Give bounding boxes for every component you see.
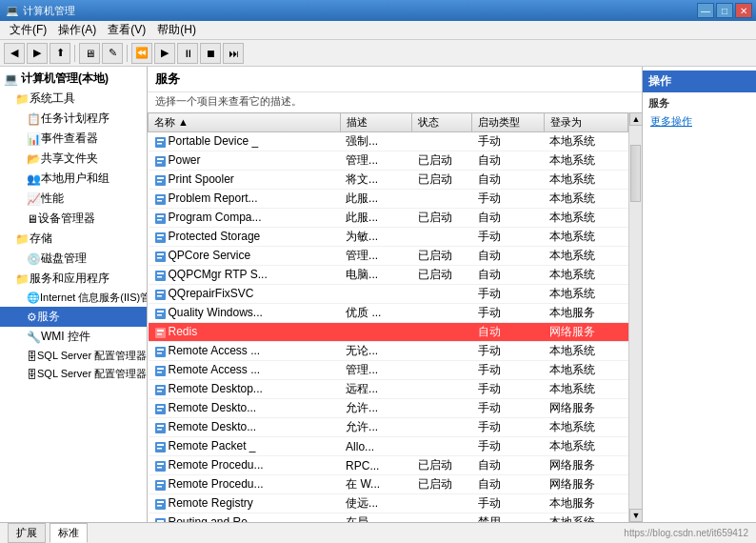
service-login: 网络服务 [544, 399, 627, 418]
sidebar-services[interactable]: ⚙ 服务 [0, 307, 147, 327]
col-name[interactable]: 名称 ▲ [149, 113, 341, 132]
table-row[interactable]: Protected Storage 为敏... 手动 本地系统 [149, 228, 628, 247]
service-login: 本地系统 [544, 285, 627, 304]
menu-view[interactable]: 查看(V) [102, 20, 151, 40]
table-scrollbar[interactable]: ▲ ▼ [628, 112, 642, 522]
table-row[interactable]: Redis 自动 网络服务 [149, 323, 628, 342]
table-row[interactable]: Remote Access ... 无论... 手动 本地系统 [149, 342, 628, 361]
scroll-thumb[interactable] [630, 145, 641, 202]
up-button[interactable]: ⬆ [50, 43, 70, 64]
table-row[interactable]: Program Compa... 此服... 已启动 自动 本地系统 [149, 209, 628, 228]
svg-rect-14 [157, 219, 162, 221]
table-row[interactable]: Remote Procedu... 在 W... 已启动 自动 网络服务 [149, 475, 628, 494]
sidebar-services-apps[interactable]: 📁 服务和应用程序 [0, 269, 147, 289]
close-button[interactable]: ✕ [735, 3, 752, 18]
service-start-type: 自动 [472, 209, 545, 228]
service-desc: 优质 ... [340, 304, 412, 323]
table-row[interactable]: QQrepairFixSVC 手动 本地系统 [149, 285, 628, 304]
services-folder-icon: 📁 [15, 272, 30, 286]
menu-help[interactable]: 帮助(H) [151, 20, 202, 40]
table-row[interactable]: Problem Report... 此服... 手动 本地系统 [149, 190, 628, 209]
sidebar-storage[interactable]: 📁 存储 [0, 229, 147, 249]
tab-expand[interactable]: 扩展 [8, 523, 46, 543]
service-start-type: 手动 [472, 285, 545, 304]
table-row[interactable]: Routing and Re... 在局... 禁用 本地系统 [149, 513, 628, 523]
more-actions-link[interactable]: 更多操作 [643, 112, 756, 131]
pause-button[interactable]: ⏸ [177, 43, 198, 64]
table-row[interactable]: Remote Deskto... 允许... 手动 网络服务 [149, 399, 628, 418]
service-name: Remote Procedu... [149, 456, 341, 475]
service-start-type: 手动 [472, 361, 545, 380]
sidebar-wmi[interactable]: 🔧 WMI 控件 [0, 327, 147, 347]
maximize-button[interactable]: □ [716, 3, 733, 18]
service-start-type: 手动 [472, 380, 545, 399]
svg-rect-44 [157, 410, 162, 412]
col-status[interactable]: 状态 [412, 113, 472, 132]
service-desc: 允许... [340, 399, 412, 418]
table-row[interactable]: Quality Windows... 优质 ... 手动 本地服务 [149, 304, 628, 323]
col-start[interactable]: 启动类型 [472, 113, 545, 132]
minimize-button[interactable]: — [697, 3, 714, 18]
show-hide-button[interactable]: 🖥 [79, 43, 100, 64]
service-status [412, 399, 472, 418]
sidebar-local-users[interactable]: 👥 本地用户和组 [0, 169, 147, 189]
back-button[interactable]: ◀ [4, 43, 25, 64]
table-row[interactable]: Portable Device _ 强制... 手动 本地系统 [149, 132, 628, 151]
service-desc [340, 323, 412, 342]
sidebar-performance[interactable]: 📈 性能 [0, 189, 147, 209]
services-table-wrap[interactable]: 名称 ▲ 描述 状态 启动类型 登录为 Portable Device _ 强制… [148, 112, 628, 522]
play-next-button[interactable]: ⏭ [223, 43, 244, 64]
svg-rect-58 [157, 501, 164, 503]
play-prev-button[interactable]: ⏪ [131, 43, 152, 64]
service-start-type: 手动 [472, 418, 545, 437]
table-row[interactable]: Remote Deskto... 允许... 手动 本地系统 [149, 418, 628, 437]
svg-rect-48 [155, 442, 166, 452]
table-row[interactable]: Print Spooler 将文... 已启动 自动 本地系统 [149, 171, 628, 190]
service-desc: 将文... [340, 171, 412, 190]
scroll-down-button[interactable]: ▼ [629, 509, 642, 522]
scroll-up-button[interactable]: ▲ [629, 112, 642, 126]
table-row[interactable]: QPCore Service 管理... 已启动 自动 本地系统 [149, 247, 628, 266]
sidebar-iis[interactable]: 🌐 Internet 信息服务(IIS)管理器 [0, 289, 147, 307]
stop-button[interactable]: ⏹ [200, 43, 221, 64]
status-tabs: 扩展 标准 [8, 523, 88, 543]
svg-rect-42 [155, 404, 166, 414]
table-row[interactable]: Remote Desktop... 远程... 手动 本地系统 [149, 380, 628, 399]
svg-rect-17 [157, 238, 162, 240]
play-button[interactable]: ▶ [154, 43, 175, 64]
scroll-track[interactable] [629, 126, 642, 509]
forward-button[interactable]: ▶ [27, 43, 48, 64]
table-row[interactable]: Remote Procedu... RPC... 已启动 自动 网络服务 [149, 456, 628, 475]
table-row[interactable]: Remote Registry 使远... 手动 本地服务 [149, 494, 628, 513]
sidebar-event-viewer[interactable]: 📊 事件查看器 [0, 129, 147, 149]
menu-action[interactable]: 操作(A) [52, 20, 102, 40]
sidebar-task-scheduler[interactable]: 📋 任务计划程序 [0, 109, 147, 129]
sidebar-sql2[interactable]: 🗄 SQL Server 配置管理器 [0, 365, 147, 383]
sidebar-device-manager[interactable]: 🖥 设备管理器 [0, 209, 147, 229]
menu-file[interactable]: 文件(F) [4, 20, 52, 40]
col-login[interactable]: 登录为 [544, 113, 627, 132]
sidebar-system-tools[interactable]: 📁 系统工具 [0, 89, 147, 109]
service-name: Program Compa... [149, 209, 341, 228]
service-start-type: 自动 [472, 171, 545, 190]
toolbar: ◀ ▶ ⬆ 🖥 ✎ ⏪ ▶ ⏸ ⏹ ⏭ [0, 40, 756, 67]
col-desc[interactable]: 描述 [340, 113, 412, 132]
sidebar-shared-folders[interactable]: 📂 共享文件夹 [0, 149, 147, 169]
svg-rect-36 [155, 366, 166, 376]
table-row[interactable]: Remote Packet _ Allo... 手动 本地系统 [149, 437, 628, 456]
folder-icon: 📁 [15, 92, 30, 106]
sidebar-disk-management[interactable]: 💿 磁盘管理 [0, 249, 147, 269]
table-row[interactable]: Remote Access ... 管理... 手动 本地系统 [149, 361, 628, 380]
service-desc: 强制... [340, 132, 412, 151]
svg-rect-22 [157, 272, 164, 274]
tab-standard[interactable]: 标准 [50, 523, 88, 543]
sidebar-sql1[interactable]: 🗄 SQL Server 配置管理器 [0, 347, 147, 365]
properties-button[interactable]: ✎ [102, 43, 123, 64]
service-desc: 管理... [340, 361, 412, 380]
table-row[interactable]: QQPCMgr RTP S... 电脑... 已启动 自动 本地系统 [149, 266, 628, 285]
service-login: 网络服务 [544, 323, 627, 342]
svg-rect-35 [157, 352, 162, 354]
table-row[interactable]: Power 管理... 已启动 自动 本地系统 [149, 151, 628, 171]
service-status [412, 190, 472, 209]
event-icon: 📊 [27, 132, 41, 146]
